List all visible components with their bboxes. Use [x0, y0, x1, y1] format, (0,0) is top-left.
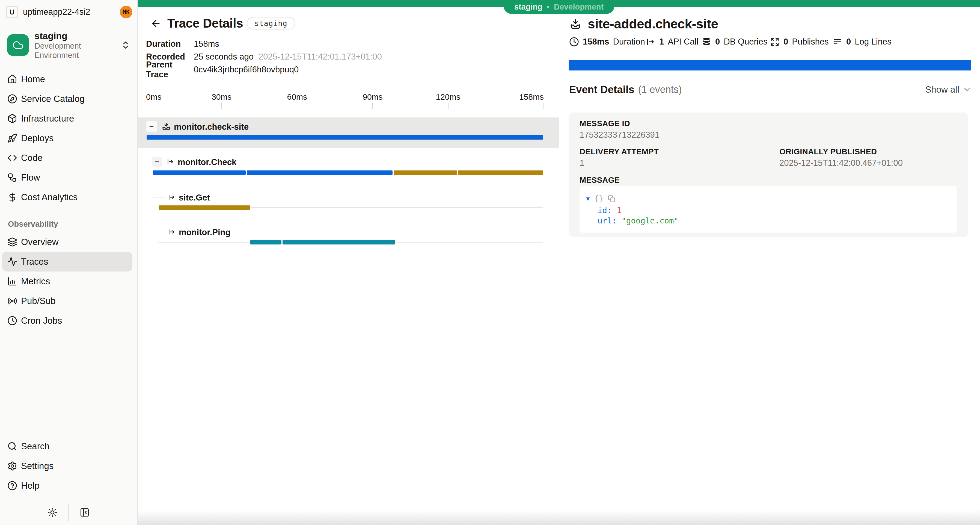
sidebar-item-label: Home	[21, 74, 45, 85]
meta-value: 25 seconds ago	[194, 52, 254, 62]
stat-log-lines: 0 Log Lines	[833, 35, 892, 48]
sidebar-item-label: Cost Analytics	[21, 192, 78, 203]
delivery-attempt-value: 1	[579, 158, 584, 168]
sidebar-item-overview[interactable]: Overview	[2, 232, 132, 252]
user-avatar[interactable]: MK	[120, 6, 132, 18]
json-key: id	[598, 206, 607, 215]
stat-label: Publishes	[792, 37, 829, 47]
span-bar-segment[interactable]	[153, 171, 246, 175]
environment-switcher[interactable]: staging Development Environment	[7, 34, 130, 56]
stat-publishes: 0 Publishes	[770, 35, 829, 48]
sidebar-item-help[interactable]: Help	[0, 476, 137, 496]
meta-label: Parent Trace	[146, 60, 194, 80]
meta-value[interactable]: 0cv4ik3jrtbcp6if6h8ovbpuq0	[194, 65, 299, 75]
sidebar-item-pubsub[interactable]: Pub/Sub	[2, 291, 132, 311]
sidebar-item-settings[interactable]: Settings	[0, 456, 137, 476]
json-collapse-toggle[interactable]: ▾	[586, 195, 590, 202]
sidebar-item-service-catalog[interactable]: Service Catalog	[0, 89, 137, 109]
span-bar-track	[146, 135, 543, 140]
database-icon	[702, 37, 711, 47]
topbar-mode: Development	[554, 2, 604, 11]
sidebar-item-flow[interactable]: Flow	[0, 168, 137, 187]
sidebar-item-traces[interactable]: Traces	[2, 252, 132, 271]
sidebar-item-label: Infrastructure	[21, 113, 74, 124]
chevron-down-icon	[963, 85, 972, 94]
cloud-icon	[12, 39, 24, 51]
tree-connector-vertical	[152, 148, 152, 232]
span-row-check-site[interactable]: monitor.check-site	[138, 118, 559, 148]
timeline-tick	[372, 103, 373, 109]
span-bar-segment[interactable]	[458, 171, 543, 175]
sidebar-item-label: Service Catalog	[21, 94, 84, 104]
timeline-tick-label: 60ms	[287, 93, 307, 102]
stat-label: DB Queries	[724, 37, 767, 47]
sidebar-item-metrics[interactable]: Metrics	[2, 271, 132, 291]
detail-span-bar[interactable]	[569, 60, 971, 70]
clock-icon	[569, 37, 579, 47]
stat-api-calls: 1 API Call	[646, 35, 698, 48]
collapse-toggle[interactable]	[152, 157, 162, 167]
meta-value: 158ms	[194, 39, 219, 49]
message-id-label: MESSAGE ID	[579, 119, 630, 128]
timeline-tick-label: 90ms	[363, 93, 382, 102]
timeline-tick	[297, 103, 297, 109]
compass-icon	[7, 94, 17, 104]
environment-tab[interactable]: staging • Development	[504, 0, 614, 14]
show-all-button[interactable]: Show all	[925, 85, 972, 95]
sidebar-item-label: Metrics	[21, 276, 50, 287]
sidebar-item-deploys[interactable]: Deploys	[0, 128, 137, 148]
json-separator: :	[612, 216, 621, 225]
radio-icon	[7, 296, 17, 306]
sidebar-item-cron-jobs[interactable]: Cron Jobs	[2, 311, 132, 330]
span-label: monitor.check-site	[174, 122, 249, 132]
span-bar-segment[interactable]	[159, 206, 250, 210]
api-call-icon	[646, 37, 655, 47]
sidebar-item-home[interactable]: Home	[0, 69, 137, 89]
collapse-sidebar-button[interactable]	[78, 505, 92, 520]
span-bar-track	[146, 206, 543, 210]
environment-topbar: staging • Development	[138, 0, 980, 7]
event-count: (1 events)	[638, 84, 682, 95]
span-bar-segment[interactable]	[146, 135, 543, 140]
app-logo[interactable]: U	[6, 6, 18, 18]
back-button[interactable]	[149, 17, 162, 30]
span-label: monitor.Ping	[179, 228, 231, 237]
span-row-monitor-ping[interactable]: monitor.Ping	[138, 222, 559, 248]
span-bar-segment[interactable]	[283, 240, 395, 244]
timeline-tick-label: 30ms	[212, 93, 231, 102]
timeline-baseline	[146, 109, 544, 109]
sidebar-item-code[interactable]: Code	[0, 148, 137, 168]
sidebar-item-label: Flow	[21, 172, 40, 183]
stat-db-queries: 0 DB Queries	[702, 35, 767, 48]
copy-button[interactable]	[608, 195, 615, 203]
span-bar-segment[interactable]	[247, 171, 393, 175]
span-row-monitor-check[interactable]: monitor.Check	[138, 152, 559, 179]
span-detail-panel: site-added.check-site 158ms Duration 1 A…	[560, 0, 980, 525]
app-name[interactable]: uptimeapp22-4si2	[23, 7, 120, 17]
sidebar-item-cost-analytics[interactable]: Cost Analytics	[0, 187, 137, 207]
sidebar-item-infrastructure[interactable]: Infrastructure	[0, 109, 137, 128]
sidebar-item-label: Help	[21, 480, 40, 491]
log-lines-icon	[833, 37, 842, 47]
stat-label: Log Lines	[855, 37, 891, 47]
stat-value: 1	[659, 37, 664, 47]
sidebar: U uptimeapp22-4si2 MK staging Developmen…	[0, 0, 138, 525]
timeline-tick	[146, 103, 146, 109]
subscription-icon	[161, 121, 171, 131]
span-row-site-get[interactable]: site.Get	[138, 188, 559, 214]
expand-arrows-icon	[770, 37, 780, 47]
page-title: Trace Details	[167, 16, 243, 30]
theme-toggle-button[interactable]	[45, 505, 59, 520]
timeline-tick	[448, 103, 449, 109]
originally-published-label: ORIGINALLY PUBLISHED	[780, 147, 877, 156]
sidebar-section-observability: Observability	[8, 220, 58, 229]
footer-divider	[68, 504, 69, 521]
sidebar-item-search[interactable]: Search	[0, 437, 137, 456]
api-call-icon	[167, 193, 175, 201]
span-bar-segment[interactable]	[250, 240, 282, 244]
dollar-icon	[7, 192, 17, 202]
timeline-tick-label: 0ms	[146, 93, 162, 102]
gear-icon	[7, 461, 17, 471]
collapse-toggle[interactable]	[146, 121, 157, 132]
span-bar-segment[interactable]	[394, 171, 457, 175]
